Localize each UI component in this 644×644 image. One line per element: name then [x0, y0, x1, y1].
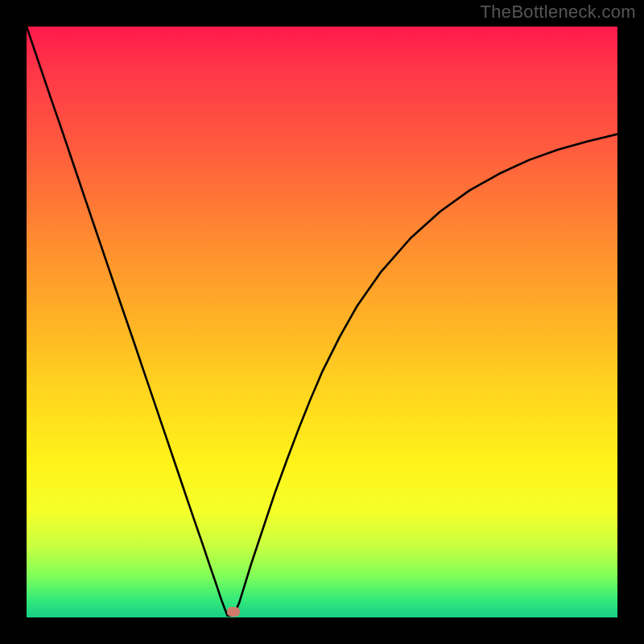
sweet-spot-marker	[227, 607, 240, 617]
chart-frame: TheBottleneck.com	[0, 0, 644, 644]
watermark-text: TheBottleneck.com	[481, 2, 636, 23]
bottleneck-curve-svg	[27, 27, 617, 617]
bottleneck-curve	[27, 27, 617, 616]
